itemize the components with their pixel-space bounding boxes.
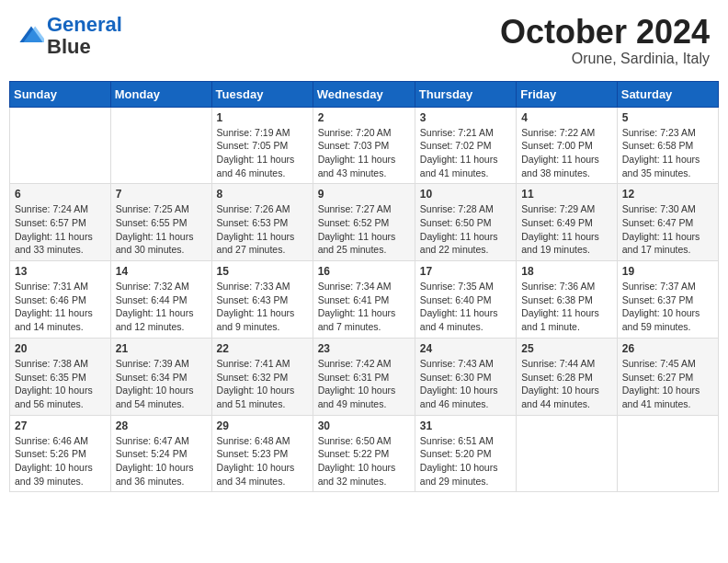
day-info: Sunrise: 7:36 AMSunset: 6:38 PMDaylight:… bbox=[521, 280, 612, 334]
day-number: 27 bbox=[15, 419, 106, 432]
calendar-cell: 28Sunrise: 6:47 AMSunset: 5:24 PMDayligh… bbox=[110, 415, 211, 492]
calendar-cell: 11Sunrise: 7:29 AMSunset: 6:49 PMDayligh… bbox=[517, 184, 618, 261]
calendar-table: SundayMondayTuesdayWednesdayThursdayFrid… bbox=[9, 81, 719, 493]
day-info: Sunrise: 6:50 AMSunset: 5:22 PMDaylight:… bbox=[318, 434, 410, 488]
week-row-1: 1Sunrise: 7:19 AMSunset: 7:05 PMDaylight… bbox=[10, 107, 719, 184]
day-info: Sunrise: 7:45 AMSunset: 6:27 PMDaylight:… bbox=[622, 357, 713, 411]
day-number: 25 bbox=[521, 342, 612, 355]
day-info: Sunrise: 7:38 AMSunset: 6:35 PMDaylight:… bbox=[15, 357, 106, 411]
calendar-cell bbox=[10, 107, 111, 184]
calendar-cell: 12Sunrise: 7:30 AMSunset: 6:47 PMDayligh… bbox=[617, 184, 718, 261]
day-info: Sunrise: 7:42 AMSunset: 6:31 PMDaylight:… bbox=[318, 357, 410, 411]
calendar-cell: 20Sunrise: 7:38 AMSunset: 6:35 PMDayligh… bbox=[10, 338, 111, 415]
day-number: 4 bbox=[521, 111, 612, 124]
calendar-cell: 21Sunrise: 7:39 AMSunset: 6:34 PMDayligh… bbox=[110, 338, 211, 415]
calendar-cell: 5Sunrise: 7:23 AMSunset: 6:58 PMDaylight… bbox=[617, 107, 718, 184]
location: Orune, Sardinia, Italy bbox=[500, 51, 710, 67]
day-info: Sunrise: 7:29 AMSunset: 6:49 PMDaylight:… bbox=[521, 202, 612, 257]
day-info: Sunrise: 6:48 AMSunset: 5:23 PMDaylight:… bbox=[217, 434, 308, 488]
calendar-cell: 17Sunrise: 7:35 AMSunset: 6:40 PMDayligh… bbox=[415, 261, 516, 339]
day-number: 28 bbox=[116, 419, 207, 432]
day-number: 23 bbox=[318, 342, 410, 355]
day-info: Sunrise: 7:20 AMSunset: 7:03 PMDaylight:… bbox=[318, 126, 410, 180]
day-info: Sunrise: 6:47 AMSunset: 5:24 PMDaylight:… bbox=[116, 434, 207, 488]
day-number: 14 bbox=[116, 265, 207, 278]
day-number: 6 bbox=[15, 188, 106, 201]
weekday-header-sunday: Sunday bbox=[10, 81, 111, 107]
calendar-cell: 25Sunrise: 7:44 AMSunset: 6:28 PMDayligh… bbox=[517, 338, 618, 415]
day-info: Sunrise: 7:37 AMSunset: 6:37 PMDaylight:… bbox=[622, 280, 713, 334]
calendar-cell: 19Sunrise: 7:37 AMSunset: 6:37 PMDayligh… bbox=[617, 261, 718, 339]
calendar-cell: 9Sunrise: 7:27 AMSunset: 6:52 PMDaylight… bbox=[313, 184, 415, 261]
day-info: Sunrise: 7:43 AMSunset: 6:30 PMDaylight:… bbox=[420, 357, 511, 411]
day-number: 21 bbox=[116, 342, 207, 355]
calendar-cell: 22Sunrise: 7:41 AMSunset: 6:32 PMDayligh… bbox=[211, 338, 313, 415]
weekday-header-monday: Monday bbox=[110, 81, 211, 107]
day-info: Sunrise: 7:19 AMSunset: 7:05 PMDaylight:… bbox=[217, 126, 308, 180]
calendar-cell: 10Sunrise: 7:28 AMSunset: 6:50 PMDayligh… bbox=[415, 184, 516, 261]
day-info: Sunrise: 7:21 AMSunset: 7:02 PMDaylight:… bbox=[420, 126, 511, 180]
weekday-header-thursday: Thursday bbox=[415, 81, 516, 107]
day-info: Sunrise: 7:33 AMSunset: 6:43 PMDaylight:… bbox=[217, 280, 308, 334]
day-info: Sunrise: 6:46 AMSunset: 5:26 PMDaylight:… bbox=[15, 434, 106, 488]
day-number: 31 bbox=[420, 419, 511, 432]
day-info: Sunrise: 7:34 AMSunset: 6:41 PMDaylight:… bbox=[318, 280, 410, 334]
logo: General Blue bbox=[18, 14, 122, 58]
day-info: Sunrise: 7:23 AMSunset: 6:58 PMDaylight:… bbox=[622, 126, 713, 180]
calendar-cell: 29Sunrise: 6:48 AMSunset: 5:23 PMDayligh… bbox=[211, 415, 313, 492]
calendar-body: 1Sunrise: 7:19 AMSunset: 7:05 PMDaylight… bbox=[10, 107, 719, 492]
calendar-cell: 16Sunrise: 7:34 AMSunset: 6:41 PMDayligh… bbox=[313, 261, 415, 339]
day-number: 13 bbox=[15, 265, 106, 278]
day-number: 18 bbox=[521, 265, 612, 278]
calendar-cell: 13Sunrise: 7:31 AMSunset: 6:46 PMDayligh… bbox=[10, 261, 111, 339]
day-info: Sunrise: 7:39 AMSunset: 6:34 PMDaylight:… bbox=[116, 357, 207, 411]
calendar-cell: 2Sunrise: 7:20 AMSunset: 7:03 PMDaylight… bbox=[313, 107, 415, 184]
day-number: 7 bbox=[116, 188, 207, 201]
day-info: Sunrise: 7:35 AMSunset: 6:40 PMDaylight:… bbox=[420, 280, 511, 334]
calendar-cell: 7Sunrise: 7:25 AMSunset: 6:55 PMDaylight… bbox=[110, 184, 211, 261]
logo-blue: Blue bbox=[47, 35, 91, 58]
title-area: October 2024 Orune, Sardinia, Italy bbox=[500, 14, 710, 67]
day-info: Sunrise: 7:28 AMSunset: 6:50 PMDaylight:… bbox=[420, 202, 511, 257]
day-number: 9 bbox=[318, 188, 410, 201]
calendar-cell: 15Sunrise: 7:33 AMSunset: 6:43 PMDayligh… bbox=[211, 261, 313, 339]
day-number: 12 bbox=[622, 188, 713, 201]
week-row-3: 13Sunrise: 7:31 AMSunset: 6:46 PMDayligh… bbox=[10, 261, 719, 339]
day-number: 16 bbox=[318, 265, 410, 278]
calendar-cell: 4Sunrise: 7:22 AMSunset: 7:00 PMDaylight… bbox=[517, 107, 618, 184]
calendar-cell: 14Sunrise: 7:32 AMSunset: 6:44 PMDayligh… bbox=[110, 261, 211, 339]
day-info: Sunrise: 7:25 AMSunset: 6:55 PMDaylight:… bbox=[116, 202, 207, 257]
week-row-2: 6Sunrise: 7:24 AMSunset: 6:57 PMDaylight… bbox=[10, 184, 719, 261]
day-number: 11 bbox=[521, 188, 612, 201]
day-info: Sunrise: 7:31 AMSunset: 6:46 PMDaylight:… bbox=[15, 280, 106, 334]
week-row-5: 27Sunrise: 6:46 AMSunset: 5:26 PMDayligh… bbox=[10, 415, 719, 492]
day-number: 2 bbox=[318, 111, 410, 124]
day-info: Sunrise: 7:41 AMSunset: 6:32 PMDaylight:… bbox=[217, 357, 308, 411]
day-info: Sunrise: 7:27 AMSunset: 6:52 PMDaylight:… bbox=[318, 202, 410, 257]
day-number: 8 bbox=[217, 188, 308, 201]
calendar-cell: 31Sunrise: 6:51 AMSunset: 5:20 PMDayligh… bbox=[415, 415, 516, 492]
day-number: 24 bbox=[420, 342, 511, 355]
day-number: 26 bbox=[622, 342, 713, 355]
calendar-cell bbox=[517, 415, 618, 492]
week-row-4: 20Sunrise: 7:38 AMSunset: 6:35 PMDayligh… bbox=[10, 338, 719, 415]
calendar-cell: 24Sunrise: 7:43 AMSunset: 6:30 PMDayligh… bbox=[415, 338, 516, 415]
logo-icon bbox=[18, 23, 44, 49]
calendar-cell: 30Sunrise: 6:50 AMSunset: 5:22 PMDayligh… bbox=[313, 415, 415, 492]
calendar-cell bbox=[110, 107, 211, 184]
day-number: 1 bbox=[217, 111, 308, 124]
calendar-cell: 3Sunrise: 7:21 AMSunset: 7:02 PMDaylight… bbox=[415, 107, 516, 184]
weekday-header-friday: Friday bbox=[517, 81, 618, 107]
weekday-header-row: SundayMondayTuesdayWednesdayThursdayFrid… bbox=[10, 81, 719, 107]
day-info: Sunrise: 7:44 AMSunset: 6:28 PMDaylight:… bbox=[521, 357, 612, 411]
day-number: 30 bbox=[318, 419, 410, 432]
page-header: General Blue October 2024 Orune, Sardini… bbox=[9, 9, 719, 72]
day-number: 5 bbox=[622, 111, 713, 124]
weekday-header-tuesday: Tuesday bbox=[211, 81, 313, 107]
day-info: Sunrise: 7:26 AMSunset: 6:53 PMDaylight:… bbox=[217, 202, 308, 257]
calendar-cell: 1Sunrise: 7:19 AMSunset: 7:05 PMDaylight… bbox=[211, 107, 313, 184]
weekday-header-wednesday: Wednesday bbox=[313, 81, 415, 107]
calendar-cell bbox=[617, 415, 718, 492]
day-info: Sunrise: 7:30 AMSunset: 6:47 PMDaylight:… bbox=[622, 202, 713, 257]
calendar-cell: 26Sunrise: 7:45 AMSunset: 6:27 PMDayligh… bbox=[617, 338, 718, 415]
